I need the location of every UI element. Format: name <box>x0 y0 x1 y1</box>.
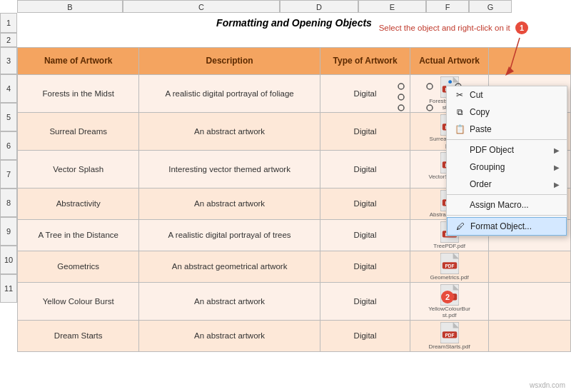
col-header-b: B <box>17 0 123 13</box>
cell-type-3: Digital <box>320 150 410 188</box>
table-header-row: Name of Artwork Description Type of Artw… <box>18 47 571 74</box>
row-8: 8 <box>0 189 17 217</box>
row-3: 3 <box>0 47 17 74</box>
row-10: 10 <box>0 246 17 274</box>
watermark: wsxdn.com <box>530 381 565 389</box>
col-header-name: Name of Artwork <box>18 47 139 74</box>
callout-annotation: Select the object and right-click on it … <box>379 21 528 34</box>
cell-name-8: Dream Starts <box>18 320 139 351</box>
context-menu-format-object[interactable]: 🖊 Format Object... <box>447 217 567 236</box>
column-headers: B C D E F G <box>17 0 571 13</box>
cell-extra-8 <box>488 320 570 351</box>
cell-desc-6: An abstract geometrical artwork <box>139 251 320 282</box>
col-header-f: F <box>426 0 469 13</box>
cell-name-7: Yellow Colour Burst <box>18 282 139 320</box>
context-menu-cut[interactable]: ✂ Cut <box>447 86 567 104</box>
cell-art-8[interactable]: PDF DreamStarts.pdf <box>410 320 488 351</box>
col-header-type: Type of Artwork <box>320 47 410 74</box>
context-menu-pdf-object[interactable]: PDF Object ▶ <box>447 141 567 159</box>
cell-art-6[interactable]: PDF Geometrics.pdf <box>410 251 488 282</box>
cell-type-6: Digital <box>320 251 410 282</box>
cell-desc-1: A realistic digital portrayal of foliage <box>139 74 320 112</box>
annotation-row <box>18 33 571 47</box>
cell-extra-7 <box>488 282 570 320</box>
col-header-g: G <box>469 0 512 13</box>
arrow-icon-3: ▶ <box>554 181 560 189</box>
cell-desc-7: An abstract artwork <box>139 282 320 320</box>
row-6: 6 <box>0 131 17 160</box>
cell-type-4: Digital <box>320 188 410 219</box>
svg-text:PDF: PDF <box>445 332 454 337</box>
badge-1: 1 <box>515 21 528 34</box>
context-menu-grouping[interactable]: Grouping ▶ <box>447 159 567 176</box>
cell-type-1: Digital <box>320 74 410 112</box>
col-header-d: D <box>280 0 358 13</box>
cell-name-2: Surreal Dreams <box>18 112 139 150</box>
cell-desc-2: An abstract artwork <box>139 112 320 150</box>
table-row: Dream Starts An abstract artwork Digital… <box>18 320 571 351</box>
paste-icon: 📋 <box>454 124 465 134</box>
context-menu-assign-macro[interactable]: Assign Macro... <box>447 196 567 213</box>
row-2: 2 <box>0 33 17 47</box>
table-row: Yellow Colour Burst An abstract artwork … <box>18 282 571 320</box>
context-menu-copy[interactable]: ⧉ Copy <box>447 104 567 121</box>
cell-name-5: A Tree in the Distance <box>18 219 139 251</box>
col-header-actual: Actual Artwork <box>410 47 488 74</box>
cell-name-1: Forests in the Midst <box>18 74 139 112</box>
cell-desc-5: A realistic digital portrayal of trees <box>139 219 320 251</box>
table-row: Geometrics An abstract geometrical artwo… <box>18 251 571 282</box>
arrow-icon-2: ▶ <box>554 164 560 171</box>
badge-2-container: 2 <box>438 291 454 303</box>
cell-name-4: Abstractivity <box>18 188 139 219</box>
row-1: 1 <box>0 13 17 33</box>
cell-type-8: Digital <box>320 320 410 351</box>
context-menu-paste[interactable]: 📋 Paste <box>447 121 567 138</box>
cell-type-7: Digital <box>320 282 410 320</box>
row-headers: 1 2 3 4 5 6 7 8 9 10 11 <box>0 13 17 352</box>
cut-icon: ✂ <box>454 90 465 100</box>
row-7: 7 <box>0 160 17 189</box>
col-header-extra <box>488 47 570 74</box>
cell-extra-6 <box>488 251 570 282</box>
format-icon: 🖊 <box>455 221 466 231</box>
separator-2 <box>447 194 567 195</box>
context-menu: ✂ Cut ⧉ Copy 📋 Paste PDF Object ▶ <box>446 86 567 236</box>
row-9: 9 <box>0 217 17 246</box>
arrow-icon: ▶ <box>554 146 560 154</box>
separator-1 <box>447 139 567 140</box>
cell-type-2: Digital <box>320 112 410 150</box>
col-header-c: C <box>123 0 280 13</box>
cell-name-3: Vector Splash <box>18 150 139 188</box>
svg-text:PDF: PDF <box>445 263 454 268</box>
cell-desc-3: Interesting vector themed artwork <box>139 150 320 188</box>
row-4: 4 <box>0 74 17 103</box>
col-header-desc: Description <box>139 47 320 74</box>
cell-name-6: Geometrics <box>18 251 139 282</box>
row-11: 11 <box>0 274 17 303</box>
col-header-e: E <box>358 0 426 13</box>
cell-desc-4: An abstract artwork <box>139 188 320 219</box>
context-menu-order[interactable]: Order ▶ <box>447 176 567 193</box>
copy-icon: ⧉ <box>454 107 465 117</box>
separator-3 <box>447 215 567 216</box>
cell-desc-8: An abstract artwork <box>139 320 320 351</box>
cell-type-5: Digital <box>320 219 410 251</box>
row-5: 5 <box>0 103 17 131</box>
spreadsheet-wrapper: B C D E F G 1 2 3 4 5 6 7 8 9 10 11 Form… <box>0 0 571 392</box>
badge-2: 2 <box>441 291 454 303</box>
